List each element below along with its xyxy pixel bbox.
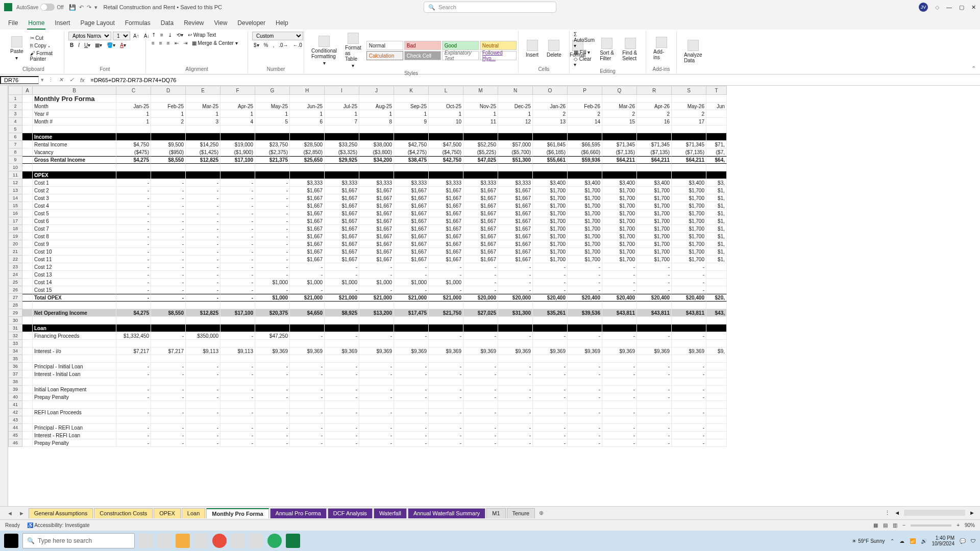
cell[interactable]: Feb-25	[151, 103, 186, 110]
cell[interactable]: Cost 6	[33, 217, 116, 225]
cell[interactable]: 3	[186, 118, 220, 126]
cell[interactable]: -	[359, 439, 394, 447]
cell[interactable]: $31,300	[498, 309, 533, 317]
cell[interactable]: -	[220, 202, 255, 210]
cell[interactable]	[22, 95, 33, 103]
cell[interactable]: -	[116, 217, 151, 225]
underline-button[interactable]: U▾	[83, 42, 92, 48]
cell[interactable]: -	[533, 363, 568, 370]
cell[interactable]	[22, 324, 33, 332]
cell[interactable]: -	[186, 439, 220, 447]
cell[interactable]: -	[533, 393, 568, 401]
column-header[interactable]: M	[463, 86, 498, 95]
cell[interactable]	[394, 340, 429, 347]
cell[interactable]: $19,000	[220, 141, 255, 148]
cell[interactable]: $1,667	[325, 225, 359, 233]
cell[interactable]: $1,667	[498, 210, 533, 217]
cell[interactable]: 1	[116, 110, 151, 118]
cell[interactable]: -	[220, 286, 255, 294]
cell[interactable]	[429, 164, 463, 171]
cell[interactable]: Loan	[33, 324, 116, 332]
tab-insert[interactable]: Insert	[54, 17, 71, 30]
cell[interactable]	[359, 324, 394, 332]
row-header[interactable]: 33	[8, 340, 22, 347]
cell[interactable]	[533, 302, 568, 309]
column-header[interactable]: A	[22, 86, 33, 95]
cell[interactable]	[290, 416, 325, 424]
cell[interactable]: -	[116, 210, 151, 217]
cell[interactable]	[255, 340, 290, 347]
cell[interactable]	[568, 324, 602, 332]
cell[interactable]: Oct-25	[429, 103, 463, 110]
cell[interactable]	[637, 355, 672, 363]
cell[interactable]: -	[498, 363, 533, 370]
cell[interactable]: $1,667	[394, 194, 429, 202]
cell[interactable]: $4,275	[116, 309, 151, 317]
cell[interactable]: -	[325, 409, 359, 416]
cell[interactable]: $1,667	[325, 217, 359, 225]
cell[interactable]	[533, 317, 568, 324]
cell[interactable]: $3,333	[498, 179, 533, 187]
cell[interactable]: $1,667	[429, 240, 463, 248]
cell[interactable]	[186, 171, 220, 179]
cell[interactable]: -	[325, 439, 359, 447]
cell[interactable]	[22, 263, 33, 271]
cell[interactable]	[706, 401, 727, 409]
cell[interactable]	[706, 340, 727, 347]
cell[interactable]: $1,700	[637, 256, 672, 263]
cell[interactable]	[498, 340, 533, 347]
cell[interactable]	[359, 126, 394, 133]
cell[interactable]: $55,661	[533, 156, 568, 164]
cell[interactable]: -	[498, 386, 533, 393]
cell[interactable]	[22, 424, 33, 432]
cell[interactable]: -	[602, 370, 637, 378]
cell[interactable]: -	[151, 194, 186, 202]
row-header[interactable]: 25	[8, 279, 22, 286]
cell[interactable]: -	[255, 233, 290, 240]
insert-cells-button[interactable]: Insert	[523, 39, 542, 59]
cell[interactable]: 1	[498, 110, 533, 118]
cell[interactable]	[394, 133, 429, 141]
cell[interactable]: 1	[463, 110, 498, 118]
cell[interactable]: -	[186, 240, 220, 248]
cell[interactable]: $1,	[706, 225, 727, 233]
cell[interactable]: Cost 4	[33, 202, 116, 210]
cell[interactable]: -	[255, 240, 290, 248]
cell[interactable]: $1,667	[359, 233, 394, 240]
row-header[interactable]: 17	[8, 217, 22, 225]
cell[interactable]	[637, 340, 672, 347]
cell[interactable]: $1,700	[602, 194, 637, 202]
cell[interactable]: -	[359, 424, 394, 432]
cell[interactable]: -	[186, 202, 220, 210]
italic-button[interactable]: I	[77, 42, 81, 48]
cell[interactable]: -	[116, 194, 151, 202]
cell[interactable]: $1,667	[359, 240, 394, 248]
cell[interactable]: ($4,275)	[394, 148, 429, 156]
cell[interactable]	[706, 424, 727, 432]
taskbar-app-2[interactable]	[194, 534, 208, 548]
cell[interactable]: $9,369	[429, 347, 463, 355]
cell[interactable]: $1,700	[637, 248, 672, 256]
cell[interactable]: -	[255, 424, 290, 432]
cell[interactable]: -	[498, 332, 533, 340]
cell[interactable]	[394, 164, 429, 171]
cell[interactable]	[186, 340, 220, 347]
cell[interactable]: -	[637, 370, 672, 378]
cell[interactable]: -	[151, 439, 186, 447]
cell[interactable]	[359, 164, 394, 171]
cell[interactable]: $43,811	[602, 309, 637, 317]
cell[interactable]	[151, 378, 186, 386]
cell[interactable]: $43,	[706, 309, 727, 317]
cell[interactable]: $1,700	[672, 256, 706, 263]
cell[interactable]: $1,667	[429, 233, 463, 240]
cell[interactable]	[568, 401, 602, 409]
conditional-formatting-button[interactable]: Conditional Formatting▾	[308, 35, 340, 67]
cell[interactable]: ($3,800)	[359, 148, 394, 156]
cell[interactable]: $9,369	[394, 347, 429, 355]
cell[interactable]	[33, 302, 116, 309]
cell[interactable]: Cost 2	[33, 187, 116, 194]
tray-cloud-icon[interactable]: ☁	[899, 538, 904, 544]
cell[interactable]: 2	[533, 110, 568, 118]
cell[interactable]	[255, 302, 290, 309]
cell[interactable]: $61,845	[533, 141, 568, 148]
